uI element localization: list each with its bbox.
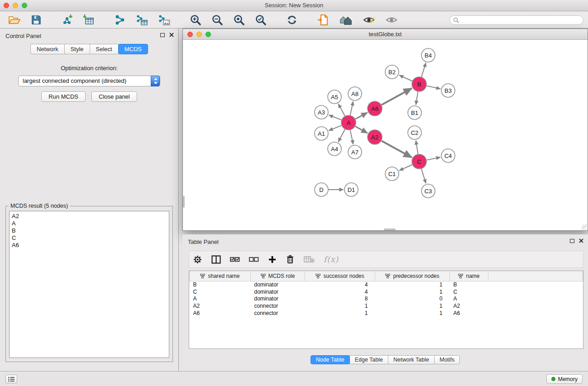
- open-file-button[interactable]: [7, 13, 22, 27]
- search-field[interactable]: [449, 15, 583, 25]
- function-builder-button[interactable]: f(x): [324, 253, 339, 266]
- float-panel-icon[interactable]: [160, 33, 165, 37]
- graph-node-B3[interactable]: B3: [441, 84, 455, 97]
- zoom-out-button[interactable]: [210, 13, 224, 27]
- table-cell[interactable]: connector: [251, 302, 305, 310]
- graph-node-A4[interactable]: A4: [328, 142, 341, 156]
- graph-node-C2[interactable]: C2: [408, 126, 421, 139]
- graph-edge-C-C1[interactable]: [399, 165, 412, 171]
- home-button[interactable]: [338, 13, 354, 27]
- graph-edge-B-B1[interactable]: [416, 92, 418, 105]
- table-cell[interactable]: C: [190, 288, 251, 295]
- control-tab-network[interactable]: Network: [30, 44, 65, 54]
- zoom-in-button[interactable]: [189, 13, 202, 27]
- graph-edge-A-A2[interactable]: [355, 126, 368, 133]
- zoom-selected-button[interactable]: [254, 13, 268, 27]
- table-cell[interactable]: dominator: [251, 295, 305, 303]
- hide-edges-button[interactable]: [362, 13, 376, 27]
- close-panel-icon[interactable]: [169, 33, 174, 37]
- select-all-button[interactable]: [230, 253, 240, 266]
- graph-node-C[interactable]: C: [412, 154, 426, 169]
- table-settings-button[interactable]: [193, 253, 202, 266]
- graph-node-C1[interactable]: C1: [385, 167, 399, 181]
- graph-edge-A6-B[interactable]: [382, 88, 412, 105]
- table-cell[interactable]: A2: [190, 302, 251, 310]
- graph-edge-B-B2[interactable]: [399, 75, 412, 81]
- column-header-name[interactable]: name: [450, 271, 488, 281]
- export-image-button[interactable]: [157, 13, 171, 27]
- graph-edge-A-A1[interactable]: [329, 125, 341, 130]
- graph-node-C3[interactable]: C3: [421, 184, 435, 198]
- table-cell[interactable]: 4: [305, 281, 375, 288]
- network-canvas[interactable]: B4B2BB3A5A8A6B1A3AA1A2C2A4A7C4CC1C3DD1: [183, 40, 588, 230]
- graph-edge-A-A4[interactable]: [338, 129, 345, 142]
- table-cell[interactable]: A6: [190, 310, 251, 317]
- table-cell[interactable]: C: [450, 288, 488, 295]
- graph-node-A7[interactable]: A7: [348, 145, 362, 159]
- float-panel-icon[interactable]: [570, 239, 574, 243]
- graph-node-B[interactable]: B: [412, 77, 426, 91]
- panel-menu-button[interactable]: [5, 375, 17, 383]
- graph-edge-C-C3[interactable]: [421, 169, 426, 183]
- table-cell[interactable]: B: [450, 281, 488, 288]
- graph-node-D1[interactable]: D1: [344, 183, 358, 196]
- graph-edge-A-A3[interactable]: [329, 115, 341, 120]
- resize-grip[interactable]: [582, 224, 587, 230]
- graph-edge-B-B4[interactable]: [421, 63, 426, 77]
- control-tab-select[interactable]: Select: [90, 44, 119, 54]
- table-tab-edge-table[interactable]: Edge Table: [349, 355, 388, 364]
- add-column-button[interactable]: [268, 253, 277, 266]
- graph-node-A5[interactable]: A5: [328, 90, 341, 104]
- control-tab-style[interactable]: Style: [64, 44, 90, 54]
- result-item-a[interactable]: A: [12, 220, 169, 227]
- table-row[interactable]: Adominator80A: [190, 295, 583, 303]
- graph-edge-B-B3[interactable]: [427, 86, 440, 89]
- close-panel-icon[interactable]: [579, 238, 583, 243]
- vertical-scrollbar-thumb[interactable]: [183, 196, 185, 208]
- table-cell[interactable]: 0: [375, 295, 450, 303]
- graph-edge-A-A7[interactable]: [350, 130, 354, 144]
- export-network-button[interactable]: [316, 13, 330, 27]
- refresh-button[interactable]: [285, 13, 299, 27]
- column-header-shared-name[interactable]: shared name: [190, 271, 251, 281]
- table-cell[interactable]: 1: [375, 302, 450, 310]
- graph-edge-A-A6[interactable]: [355, 113, 368, 119]
- table-cell[interactable]: B: [190, 281, 251, 288]
- column-header-mcds-role[interactable]: MCDS role: [251, 271, 305, 281]
- zoom-fit-button[interactable]: [232, 13, 246, 27]
- graph-node-A3[interactable]: A3: [315, 105, 328, 119]
- new-table-button[interactable]: [135, 13, 149, 27]
- table-cell[interactable]: dominator: [251, 281, 305, 288]
- table-cell[interactable]: A: [450, 295, 488, 303]
- import-table-button[interactable]: [82, 13, 96, 27]
- graph-edge-C-C2[interactable]: [416, 140, 418, 154]
- column-header-successor-nodes[interactable]: successor nodes: [305, 271, 375, 281]
- table-cell[interactable]: connector: [251, 310, 305, 317]
- table-cell[interactable]: 4: [305, 288, 375, 295]
- table-row[interactable]: A2connector11A2: [190, 302, 583, 310]
- run-mcds-button[interactable]: Run MCDS: [41, 91, 86, 102]
- table-cell[interactable]: 1: [305, 302, 375, 310]
- delete-column-button[interactable]: [286, 253, 295, 266]
- graph-edge-A-A8[interactable]: [350, 101, 354, 115]
- table-cell[interactable]: 1: [375, 310, 450, 317]
- table-cell[interactable]: A6: [450, 310, 488, 317]
- delete-table-button[interactable]: [304, 253, 315, 266]
- search-input[interactable]: [461, 17, 583, 24]
- mcds-result-list[interactable]: A2ABCA6: [9, 211, 169, 358]
- table-cell[interactable]: dominator: [251, 288, 305, 295]
- graph-node-A2[interactable]: A2: [368, 130, 382, 144]
- new-network-button[interactable]: [113, 13, 127, 27]
- table-row[interactable]: Cdominator41C: [190, 288, 583, 295]
- save-session-button[interactable]: [30, 13, 43, 27]
- graph-node-A6[interactable]: A6: [368, 101, 382, 116]
- graph-node-C4[interactable]: C4: [441, 149, 455, 162]
- table-cell[interactable]: 8: [305, 295, 375, 303]
- table-row[interactable]: Bdominator41B: [190, 281, 583, 288]
- memory-button[interactable]: Memory: [546, 374, 583, 384]
- table-tab-motifs[interactable]: Motifs: [434, 355, 460, 364]
- graph-node-D[interactable]: D: [315, 183, 328, 196]
- result-item-c[interactable]: C: [12, 234, 169, 242]
- table-cell[interactable]: A2: [450, 302, 488, 310]
- graph-node-A8[interactable]: A8: [348, 87, 362, 100]
